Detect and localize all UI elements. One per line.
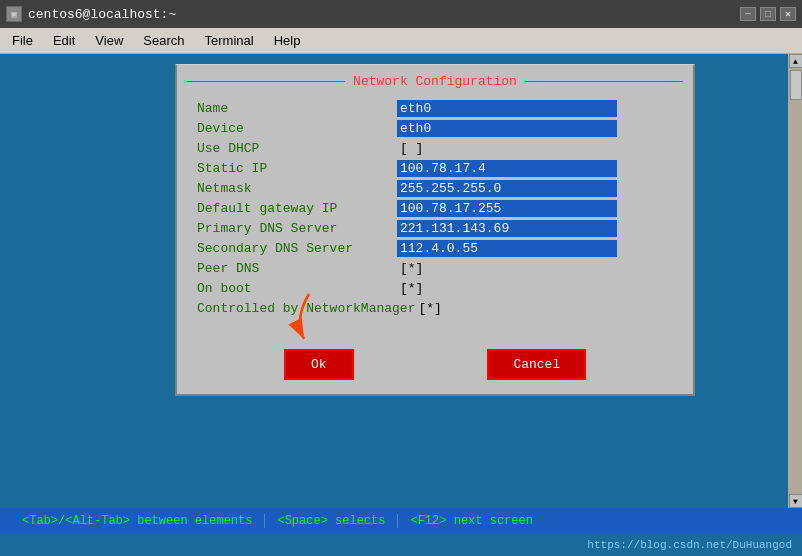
field-value-device: eth0 [397, 120, 617, 137]
menu-search[interactable]: Search [135, 31, 192, 50]
dialog-title-area: Network Configuration [187, 71, 683, 91]
field-value-static-ip: 100.78.17.4 [397, 160, 617, 177]
link-bar: https://blog.csdn.net/DuHuangod [0, 534, 802, 556]
field-value-peer-dns: [*] [397, 260, 617, 277]
field-device: Device eth0 [197, 119, 673, 137]
title-bar-left: ▣ centos6@localhost:~ [6, 6, 176, 22]
window-title: centos6@localhost:~ [28, 7, 176, 22]
field-value-secondary-dns: 112.4.0.55 [397, 240, 617, 257]
minimize-button[interactable]: ─ [740, 7, 756, 21]
terminal-scrollbar[interactable]: ▲ ▼ [788, 54, 802, 508]
ok-button[interactable]: Ok [284, 349, 354, 380]
field-label-peer-dns: Peer DNS [197, 261, 397, 276]
menu-view[interactable]: View [87, 31, 131, 50]
title-controls: ─ □ ✕ [740, 7, 796, 21]
field-name: Name eth0 [197, 99, 673, 117]
field-gateway: Default gateway IP 100.78.17.255 [197, 199, 673, 217]
menu-edit[interactable]: Edit [45, 31, 83, 50]
status-tab: <Tab>/<Alt-Tab> between elements [10, 514, 265, 528]
status-space: <Space> selects [265, 514, 398, 528]
field-label-primary-dns: Primary DNS Server [197, 221, 397, 236]
field-label-networkmanager: Controlled by NetworkManager [197, 301, 415, 316]
menu-help[interactable]: Help [266, 31, 309, 50]
field-static-ip: Static IP 100.78.17.4 [197, 159, 673, 177]
cancel-button[interactable]: Cancel [487, 349, 586, 380]
field-label-netmask: Netmask [197, 181, 397, 196]
dialog-title: Network Configuration [345, 74, 525, 89]
menu-terminal[interactable]: Terminal [197, 31, 262, 50]
menu-file[interactable]: File [4, 31, 41, 50]
terminal-icon: ▣ [6, 6, 22, 22]
terminal-window: ▣ centos6@localhost:~ ─ □ ✕ File Edit Vi… [0, 0, 802, 556]
field-value-dhcp: [ ] [397, 140, 617, 157]
field-value-netmask: 255.255.255.0 [397, 180, 617, 197]
close-button[interactable]: ✕ [780, 7, 796, 21]
dialog-content: Name eth0 Device eth0 Use DHCP [ ] Stati… [177, 91, 693, 331]
title-bar: ▣ centos6@localhost:~ ─ □ ✕ [0, 0, 802, 28]
field-label-on-boot: On boot [197, 281, 397, 296]
field-dhcp: Use DHCP [ ] [197, 139, 673, 157]
field-value-networkmanager: [*] [415, 300, 635, 317]
field-label-gateway: Default gateway IP [197, 201, 397, 216]
scroll-track [789, 68, 802, 494]
blog-link: https://blog.csdn.net/DuHuangod [587, 539, 792, 551]
menu-bar: File Edit View Search Terminal Help [0, 28, 802, 54]
field-label-device: Device [197, 121, 397, 136]
field-value-on-boot: [*] [397, 280, 617, 297]
field-netmask: Netmask 255.255.255.0 [197, 179, 673, 197]
scroll-down-arrow[interactable]: ▼ [789, 494, 803, 508]
field-secondary-dns: Secondary DNS Server 112.4.0.55 [197, 239, 673, 257]
dialog-buttons: Ok Cancel [177, 339, 693, 394]
field-label-secondary-dns: Secondary DNS Server [197, 241, 397, 256]
field-label-name: Name [197, 101, 397, 116]
field-value-name: eth0 [397, 100, 617, 117]
field-label-dhcp: Use DHCP [197, 141, 397, 156]
maximize-button[interactable]: □ [760, 7, 776, 21]
status-f12: <F12> next screen [398, 514, 544, 528]
scroll-up-arrow[interactable]: ▲ [789, 54, 803, 68]
network-config-dialog: Network Configuration Name eth0 Device e… [175, 64, 695, 396]
field-label-static-ip: Static IP [197, 161, 397, 176]
field-networkmanager: Controlled by NetworkManager [*] [197, 299, 673, 317]
field-primary-dns: Primary DNS Server 221.131.143.69 [197, 219, 673, 237]
terminal-body: Network Configuration Name eth0 Device e… [0, 54, 802, 508]
field-value-gateway: 100.78.17.255 [397, 200, 617, 217]
field-on-boot: On boot [*] [197, 279, 673, 297]
scroll-thumb[interactable] [790, 70, 802, 100]
status-bar: <Tab>/<Alt-Tab> between elements <Space>… [0, 508, 802, 534]
field-value-primary-dns: 221.131.143.69 [397, 220, 617, 237]
field-peer-dns: Peer DNS [*] [197, 259, 673, 277]
